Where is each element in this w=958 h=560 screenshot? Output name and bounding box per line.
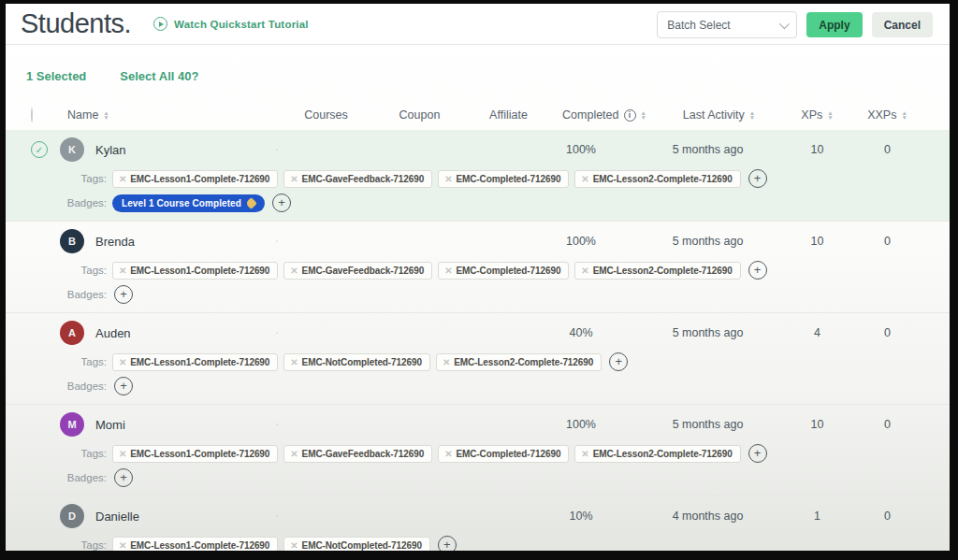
cancel-button[interactable]: Cancel — [872, 12, 933, 37]
add-tag-button[interactable]: + — [748, 444, 767, 463]
tag-label: EMC-Lesson1-Complete-712690 — [130, 449, 269, 459]
tag-chip: ✕EMC-Completed-712690 — [438, 445, 569, 463]
avatar: D — [60, 504, 84, 528]
remove-tag-icon[interactable]: ✕ — [290, 174, 298, 184]
xps-value: 10 — [782, 418, 852, 431]
tag-chip: ✕EMC-GaveFeedback-712690 — [283, 262, 432, 280]
xps-value: 10 — [782, 143, 852, 156]
remove-tag-icon[interactable]: ✕ — [581, 449, 588, 459]
remove-tag-icon[interactable]: ✕ — [119, 266, 126, 276]
column-header-courses[interactable]: Courses — [277, 108, 375, 122]
tags-label: Tags: — [6, 448, 107, 459]
remove-tag-icon[interactable]: ✕ — [290, 266, 298, 276]
sort-icon[interactable]: ▲▼ — [827, 110, 833, 120]
last-activity-value: 5 months ago — [645, 326, 771, 339]
column-header-completed[interactable]: Completed i ▲▼ — [553, 108, 656, 122]
sort-icon[interactable]: ▲▼ — [641, 110, 646, 120]
tag-chip: ✕EMC-Lesson1-Complete-712690 — [112, 170, 278, 188]
sort-icon[interactable]: ▲▼ — [103, 110, 109, 120]
sort-icon[interactable]: ▲▼ — [901, 110, 907, 120]
add-tag-button[interactable]: + — [748, 261, 767, 280]
xxps-value: 0 — [852, 326, 922, 339]
tag-label: EMC-GaveFeedback-712690 — [302, 174, 425, 184]
add-badge-button[interactable]: + — [114, 377, 133, 395]
avatar: K — [60, 137, 84, 162]
remove-tag-icon[interactable]: ✕ — [443, 357, 450, 367]
last-activity-value: 4 months ago — [645, 510, 771, 523]
play-icon — [153, 17, 167, 31]
remove-tag-icon[interactable]: ✕ — [119, 357, 126, 367]
add-badge-button[interactable]: + — [114, 285, 133, 304]
tag-chip: ✕EMC-Lesson2-Complete-712690 — [574, 445, 740, 463]
tags-label: Tags: — [6, 539, 107, 551]
table-row: B Brenda 100% 5 months ago 10 0 Tags: ✕E… — [6, 222, 950, 313]
column-header-xxps[interactable]: XXPs ▲▼ — [852, 108, 922, 122]
student-name[interactable]: Danielle — [95, 510, 139, 524]
select-all-link[interactable]: Select All 40? — [120, 69, 198, 83]
tag-chip: ✕EMC-Lesson2-Complete-712690 — [436, 353, 602, 371]
chevron-down-icon — [779, 18, 790, 28]
selected-count[interactable]: 1 Selected — [26, 69, 86, 83]
column-header-name[interactable]: Name ▲▼ — [60, 108, 277, 122]
column-header-coupon[interactable]: Coupon — [375, 108, 464, 122]
remove-tag-icon[interactable]: ✕ — [290, 357, 298, 367]
batch-select-value: Batch Select — [667, 19, 730, 32]
remove-tag-icon[interactable]: ✕ — [119, 174, 126, 184]
xps-value: 10 — [782, 235, 852, 248]
badge-pill[interactable]: Level 1 Course Completed — [112, 194, 265, 212]
tags-label: Tags: — [6, 173, 107, 184]
add-tag-button[interactable]: + — [609, 352, 628, 371]
tag-chip: ✕EMC-Lesson2-Complete-712690 — [574, 170, 740, 188]
remove-tag-icon[interactable]: ✕ — [581, 266, 588, 276]
remove-tag-icon[interactable]: ✕ — [444, 266, 452, 276]
tag-emoji-icon — [245, 197, 257, 209]
badges-label: Badges: — [6, 197, 107, 208]
student-name[interactable]: Momi — [95, 418, 125, 432]
last-activity-value: 5 months ago — [645, 235, 771, 248]
add-tag-button[interactable]: + — [748, 169, 767, 188]
batch-select-dropdown[interactable]: Batch Select — [657, 11, 797, 38]
tag-label: EMC-GaveFeedback-712690 — [302, 266, 425, 276]
table-row: D Danielle 10% 4 months ago 1 0 Tags: ✕E… — [6, 496, 950, 551]
column-header-last-activity[interactable]: Last Activity ▲▼ — [656, 108, 782, 122]
student-name[interactable]: Kylan — [95, 143, 126, 157]
info-icon[interactable]: i — [624, 109, 636, 122]
watch-tutorial-link[interactable]: Watch Quickstart Tutorial — [153, 17, 309, 31]
xps-value: 1 — [782, 510, 852, 523]
avatar: M — [60, 412, 84, 437]
tag-label: EMC-Lesson2-Complete-712690 — [593, 174, 733, 184]
avatar: A — [60, 321, 84, 345]
remove-tag-icon[interactable]: ✕ — [290, 449, 298, 459]
tag-label: EMC-NotCompleted-712690 — [302, 540, 422, 551]
remove-tag-icon[interactable]: ✕ — [290, 540, 298, 551]
table-header-row: Name ▲▼ Courses Coupon Affiliate Complet… — [6, 100, 950, 130]
badges-label: Badges: — [6, 381, 107, 392]
xxps-value: 0 — [852, 418, 922, 431]
add-badge-button[interactable]: + — [114, 468, 133, 487]
remove-tag-icon[interactable]: ✕ — [119, 449, 126, 459]
add-badge-button[interactable]: + — [272, 194, 291, 212]
select-all-checkbox[interactable] — [31, 108, 33, 122]
column-header-xps[interactable]: XPs ▲▼ — [782, 108, 852, 122]
tag-label: EMC-Lesson2-Complete-712690 — [593, 449, 733, 459]
student-name[interactable]: Auden — [95, 326, 131, 340]
column-header-affiliate[interactable]: Affiliate — [464, 108, 553, 122]
tag-label: EMC-Lesson1-Complete-712690 — [130, 540, 269, 551]
table-row: A Auden 40% 5 months ago 4 0 Tags: ✕EMC-… — [6, 313, 950, 405]
remove-tag-icon[interactable]: ✕ — [444, 174, 452, 184]
selected-check-icon[interactable]: ✓ — [31, 141, 48, 158]
tag-label: EMC-Completed-712690 — [456, 449, 560, 459]
add-tag-button[interactable]: + — [438, 536, 457, 551]
remove-tag-icon[interactable]: ✕ — [581, 174, 588, 184]
remove-tag-icon[interactable]: ✕ — [444, 449, 452, 459]
tags-label: Tags: — [6, 265, 107, 276]
student-name[interactable]: Brenda — [95, 235, 135, 249]
tag-chip: ✕EMC-GaveFeedback-712690 — [283, 170, 432, 188]
badges-label: Badges: — [6, 472, 107, 483]
tag-label: EMC-Lesson1-Complete-712690 — [130, 357, 269, 367]
remove-tag-icon[interactable]: ✕ — [119, 540, 126, 551]
sort-icon[interactable]: ▲▼ — [749, 110, 755, 120]
apply-button[interactable]: Apply — [806, 12, 862, 37]
tag-chip: ✕EMC-Completed-712690 — [438, 262, 569, 280]
badges-label: Badges: — [6, 289, 107, 300]
